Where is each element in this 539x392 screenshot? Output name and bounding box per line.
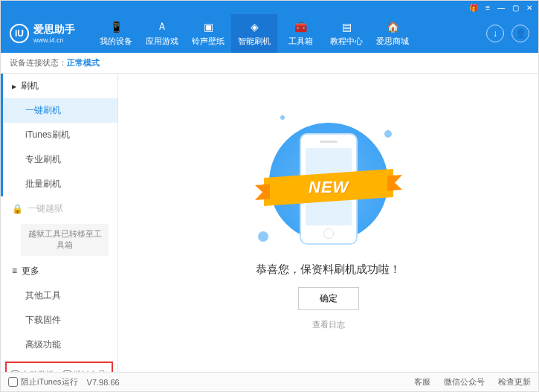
sidebar-group-more[interactable]: ≡ 更多 (3, 259, 117, 283)
footer-link-support[interactable]: 客服 (414, 376, 430, 388)
logo-icon: iU (10, 24, 29, 43)
sidebar-item-batch[interactable]: 批量刷机 (3, 172, 117, 196)
sidebar-item-jailbreak-note: 越狱工具已转移至工具箱 (21, 224, 109, 256)
flash-icon: ◈ (248, 20, 261, 33)
nav-ringtones[interactable]: ▣铃声壁纸 (185, 14, 231, 53)
nav-label: 工具箱 (288, 36, 313, 47)
minimize-icon[interactable]: — (497, 4, 505, 12)
maximize-icon[interactable]: ▢ (512, 4, 519, 12)
checkbox-label: 阻止iTunes运行 (21, 376, 78, 388)
sidebar-item-pro[interactable]: 专业刷机 (3, 147, 117, 172)
sidebar-item-oneclick[interactable]: 一键刷机 (3, 98, 117, 123)
gift-icon[interactable]: 🎁 (469, 4, 478, 12)
nav-label: 教程中心 (330, 36, 363, 47)
sidebar-group-jailbreak: 🔒 一键越狱 (3, 196, 117, 221)
user-button[interactable]: 👤 (511, 25, 529, 42)
sidebar-item-other-tools[interactable]: 其他工具 (3, 283, 117, 308)
store-icon: 🏠 (386, 20, 399, 33)
top-nav: 📱我的设备 Ａ应用游戏 ▣铃声壁纸 ◈智能刷机 🧰工具箱 ▤教程中心 🏠爱思商城 (93, 14, 416, 53)
status-label: 设备连接状态： (10, 57, 67, 68)
logo-name: 爱思助手 (33, 23, 75, 36)
nav-label: 爱思商城 (376, 36, 409, 47)
success-message: 恭喜您，保资料刷机成功啦！ (256, 263, 401, 277)
logo-url: www.i4.cn (33, 36, 75, 44)
footer: 阻止iTunes运行 V7.98.66 客服 微信公众号 检查更新 (1, 372, 538, 391)
main-content: NEW 恭喜您，保资料刷机成功啦！ 确定 查看日志 (118, 74, 538, 372)
close-icon[interactable]: ✕ (526, 4, 532, 12)
view-log-link[interactable]: 查看日志 (312, 319, 345, 330)
sidebar-item-advanced[interactable]: 高级功能 (3, 332, 117, 357)
footer-link-wechat[interactable]: 微信公众号 (444, 376, 485, 388)
nav-label: 铃声壁纸 (192, 36, 225, 47)
menu-icon[interactable]: ≡ (485, 4, 490, 12)
group-label: 刷机 (21, 80, 39, 92)
window-titlebar: 🎁 ≡ — ▢ ✕ (1, 1, 538, 14)
ribbon-text: NEW (308, 178, 348, 197)
nav-store[interactable]: 🏠爱思商城 (369, 14, 416, 53)
download-button[interactable]: ↓ (486, 25, 504, 42)
sidebar-item-download-fw[interactable]: 下载固件 (3, 308, 117, 332)
success-illustration: NEW (258, 115, 399, 249)
sidebar: ▸ 刷机 一键刷机 iTunes刷机 专业刷机 批量刷机 🔒 一键越狱 越狱工具… (1, 74, 118, 372)
toolbox-icon: 🧰 (294, 20, 307, 33)
footer-link-update[interactable]: 检查更新 (498, 376, 531, 388)
logo: iU 爱思助手 www.i4.cn (10, 23, 75, 44)
apps-icon: Ａ (155, 20, 169, 33)
version-label: V7.98.66 (87, 378, 120, 387)
nav-tutorials[interactable]: ▤教程中心 (323, 14, 369, 53)
nav-flash[interactable]: ◈智能刷机 (231, 14, 277, 53)
nav-apps[interactable]: Ａ应用游戏 (139, 14, 185, 53)
group-label: 一键越狱 (28, 202, 63, 215)
status-bar: 设备连接状态： 正常模式 (1, 53, 538, 74)
sidebar-group-flash[interactable]: ▸ 刷机 (3, 74, 117, 98)
group-label: 更多 (22, 265, 39, 277)
block-itunes-checkbox[interactable]: 阻止iTunes运行 (8, 376, 78, 388)
header: iU 爱思助手 www.i4.cn 📱我的设备 Ａ应用游戏 ▣铃声壁纸 ◈智能刷… (1, 14, 538, 53)
ok-button[interactable]: 确定 (298, 287, 359, 310)
book-icon: ▤ (340, 20, 353, 33)
nav-label: 应用游戏 (146, 36, 178, 47)
image-icon: ▣ (201, 20, 215, 33)
nav-my-device[interactable]: 📱我的设备 (93, 14, 139, 53)
sidebar-item-itunes[interactable]: iTunes刷机 (3, 123, 117, 147)
nav-toolbox[interactable]: 🧰工具箱 (277, 14, 323, 53)
nav-label: 智能刷机 (238, 36, 271, 47)
status-mode: 正常模式 (67, 57, 100, 68)
phone-icon: 📱 (109, 20, 123, 33)
nav-label: 我的设备 (100, 36, 132, 47)
